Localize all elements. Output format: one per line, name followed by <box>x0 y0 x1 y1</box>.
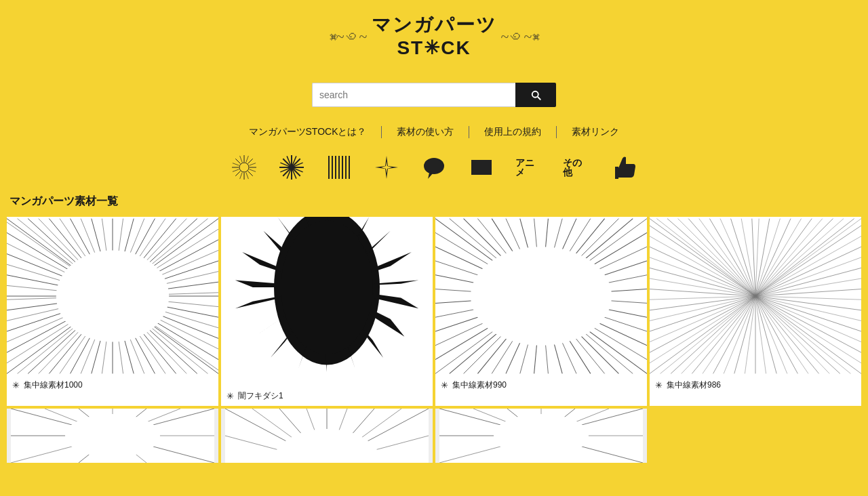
search-input[interactable] <box>312 83 515 107</box>
section-title: マンガパーツ素材一覧 <box>7 194 861 209</box>
category-radial-soft[interactable] <box>231 154 258 181</box>
search-button[interactable] <box>515 83 556 107</box>
other-label: その他 <box>563 154 590 181</box>
nav-item-terms[interactable]: 使用上の規約 <box>469 121 556 144</box>
svg-line-8 <box>235 159 240 163</box>
items-grid: ✳ 集中線素材1000 <box>7 217 861 406</box>
logo-line2: ST✳CK <box>372 37 497 60</box>
bubble-icon <box>420 154 448 181</box>
logo-title-row: ⌘~꩜~ マンガパーツ ST✳CK ~꩜~⌘ <box>329 14 540 59</box>
svg-marker-33 <box>428 173 433 179</box>
radial-lines-svg-1 <box>7 217 218 375</box>
category-sparkle[interactable] <box>373 154 400 181</box>
svg-line-6 <box>235 171 240 176</box>
svg-point-109 <box>56 251 169 342</box>
item-1-icon: ✳ <box>12 380 20 390</box>
grid-item-1-image <box>7 217 218 375</box>
svg-line-2 <box>248 159 253 163</box>
category-burst[interactable] <box>278 154 305 181</box>
item-1-label-row: ✳ 集中線素材1000 <box>7 375 218 395</box>
item-2-text: 闇フキダシ1 <box>238 390 283 402</box>
item-2-icon: ✳ <box>226 391 234 401</box>
nav-area: マンガパーツSTOCKとは？ 素材の使い方 使用上の規約 素材リンク <box>0 121 868 144</box>
category-other[interactable]: その他 <box>563 154 590 181</box>
rectangle-icon <box>468 154 495 181</box>
svg-point-32 <box>424 158 444 174</box>
svg-line-10 <box>250 163 256 166</box>
logo-text: マンガパーツ ST✳CK <box>372 14 497 59</box>
svg-point-299 <box>494 414 589 457</box>
grid-item-2-image <box>221 217 433 386</box>
nav-item-about[interactable]: マンガパーツSTOCKとは？ <box>234 121 382 144</box>
svg-line-13 <box>240 173 243 179</box>
category-area: アニメ その他 <box>0 154 868 181</box>
burst-icon <box>278 154 305 181</box>
svg-rect-34 <box>471 160 492 175</box>
header: ⌘~꩜~ マンガパーツ ST✳CK ~꩜~⌘ <box>0 0 868 69</box>
bottom-item-3[interactable] <box>435 409 647 463</box>
category-bubble[interactable] <box>420 154 448 181</box>
svg-line-11 <box>250 169 256 172</box>
logo-deco-right: ~꩜~⌘ <box>501 28 540 45</box>
item-4-text: 集中線素材986 <box>667 379 721 391</box>
grid-item-4-image <box>650 217 861 375</box>
svg-line-12 <box>246 173 249 179</box>
bottom-item-1[interactable] <box>7 409 218 463</box>
search-area <box>0 83 868 107</box>
item-4-icon: ✳ <box>655 380 663 390</box>
grid-item-2[interactable]: ✳ 闇フキダシ1 <box>221 217 433 406</box>
svg-point-273 <box>65 414 160 457</box>
logo-wrapper: ⌘~꩜~ マンガパーツ ST✳CK ~꩜~⌘ <box>329 14 540 59</box>
vertical-lines-icon <box>326 154 353 181</box>
bottom-row <box>7 409 861 463</box>
item-3-icon: ✳ <box>441 380 448 390</box>
svg-line-4 <box>248 171 253 176</box>
category-thumbsup[interactable] <box>610 154 637 181</box>
search-icon <box>530 89 542 101</box>
svg-point-132 <box>281 220 372 354</box>
anime-label: アニメ <box>515 154 542 181</box>
sparkle-icon <box>373 154 400 181</box>
grid-item-3-image <box>435 217 647 375</box>
thumbsup-icon <box>610 154 637 181</box>
svg-line-16 <box>240 156 243 162</box>
category-rectangle[interactable] <box>468 154 495 181</box>
bottom-item-2[interactable] <box>221 409 433 463</box>
category-anime[interactable]: アニメ <box>515 154 542 181</box>
grid-item-4[interactable]: ✳ 集中線素材986 <box>650 217 861 406</box>
main-content: マンガパーツ素材一覧 <box>0 194 868 463</box>
item-3-label-row: ✳ 集中線素材990 <box>435 375 647 395</box>
logo-line1: マンガパーツ <box>372 14 497 37</box>
svg-line-15 <box>233 163 239 166</box>
svg-line-14 <box>233 169 239 172</box>
grid-item-1[interactable]: ✳ 集中線素材1000 <box>7 217 218 406</box>
item-3-text: 集中線素材990 <box>452 379 507 391</box>
grid-item-3[interactable]: ✳ 集中線素材990 <box>435 217 647 406</box>
category-vertical-lines[interactable] <box>326 154 353 181</box>
radial-soft-icon <box>231 154 258 181</box>
item-2-label-row: ✳ 闇フキダシ1 <box>221 386 433 406</box>
svg-point-186 <box>471 247 612 346</box>
radial-lines-svg-3 <box>435 217 647 375</box>
bottom-item-4[interactable] <box>650 409 861 463</box>
svg-point-0 <box>239 163 249 172</box>
svg-line-9 <box>246 156 249 162</box>
splash-svg <box>221 217 433 386</box>
logo-deco-left: ⌘~꩜~ <box>329 28 368 45</box>
nav-item-usage[interactable]: 素材の使い方 <box>382 121 469 144</box>
item-1-text: 集中線素材1000 <box>24 379 83 391</box>
nav-item-links[interactable]: 素材リンク <box>557 121 634 144</box>
radial-lines-svg-4 <box>650 217 861 375</box>
item-4-label-row: ✳ 集中線素材986 <box>650 375 861 395</box>
